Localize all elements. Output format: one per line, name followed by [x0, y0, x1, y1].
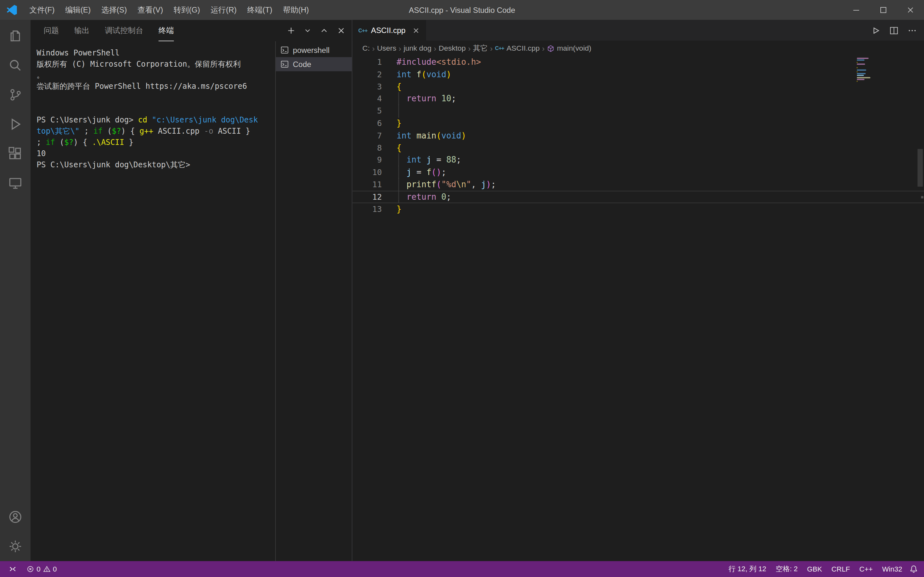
activity-extensions-button[interactable] [0, 139, 31, 168]
plus-icon [286, 26, 296, 35]
menu-item-编辑(E)[interactable]: 编辑(E) [60, 0, 96, 20]
window-controls [843, 0, 924, 20]
maximize-button[interactable] [870, 0, 897, 20]
menu-item-选择(S)[interactable]: 选择(S) [96, 0, 132, 20]
line-number: 11 [352, 178, 382, 190]
code-line-6[interactable]: 6} [352, 117, 924, 129]
line-number: 6 [352, 117, 382, 129]
minimap-line [857, 75, 864, 76]
status-item[interactable]: C++ [855, 565, 877, 573]
status-item[interactable]: CRLF [827, 565, 855, 573]
activity-account-button[interactable] [0, 502, 31, 532]
more-actions-button[interactable] [908, 26, 917, 35]
code-line-7[interactable]: 7int main(void) [352, 129, 924, 142]
notifications-bell-button[interactable] [909, 564, 918, 574]
menu-item-帮助(H)[interactable]: 帮助(H) [278, 0, 314, 20]
minimap-line [857, 69, 867, 71]
line-number: 10 [352, 166, 382, 178]
code-line-12[interactable]: 12 return 0; [352, 191, 924, 203]
editor-tab-bar: C++ ASCII.cpp [352, 20, 924, 40]
launch-profile-dropdown[interactable] [304, 27, 312, 35]
workbench: 问题输出调试控制台终端 Windows [0, 20, 924, 561]
error-icon [27, 565, 34, 573]
code-line-4[interactable]: 4 return 10; [352, 93, 924, 105]
menu-item-查看(V)[interactable]: 查看(V) [132, 0, 168, 20]
new-terminal-button[interactable] [286, 26, 296, 35]
editor-scrollbar[interactable] [918, 149, 923, 187]
status-item[interactable]: GBK [803, 565, 827, 573]
menu-item-运行(R)[interactable]: 运行(R) [205, 0, 242, 20]
activity-settings-button[interactable] [0, 532, 31, 561]
remote-indicator[interactable] [5, 564, 21, 574]
minimap-line [857, 67, 858, 69]
code-area[interactable]: 1#include<stdio.h>2int f(void)3{4 return… [352, 56, 924, 561]
tab-close-icon[interactable] [412, 26, 420, 35]
maximize-panel-button[interactable] [320, 26, 329, 35]
line-number: 7 [352, 129, 382, 142]
tab-ascii-cpp[interactable]: C++ ASCII.cpp [352, 20, 426, 40]
panel-tab-输出[interactable]: 输出 [74, 20, 89, 41]
code-line-3[interactable]: 3{ [352, 81, 924, 93]
symbol-method-icon [547, 45, 555, 52]
terminal-list-item-powershell[interactable]: powershell [276, 43, 352, 57]
run-button[interactable] [871, 26, 880, 35]
close-panel-button[interactable] [336, 26, 346, 35]
cpp-file-icon: C++ [359, 27, 367, 33]
editor-actions [871, 20, 917, 40]
terminal-line: Windows PowerShell [37, 47, 272, 58]
activity-search-button[interactable] [0, 51, 31, 80]
menu-item-终端(T)[interactable]: 终端(T) [242, 0, 278, 20]
warning-icon [43, 565, 51, 573]
panel-actions [286, 26, 346, 35]
code-line-2[interactable]: 2int f(void) [352, 68, 924, 81]
breadcrumb-item-main(void)[interactable]: main(void) [547, 44, 591, 53]
breadcrumb-item-Desktop[interactable]: Desktop [439, 44, 465, 53]
code-line-8[interactable]: 8{ [352, 142, 924, 154]
minimap-line [857, 71, 858, 73]
terminal-line: 。 [37, 69, 272, 81]
code-line-11[interactable]: 11 printf("%d\n", j); [352, 178, 924, 190]
breadcrumb-separator-icon: › [434, 44, 436, 53]
code-line-1[interactable]: 1#include<stdio.h> [352, 56, 924, 68]
code-line-5[interactable]: 5 [352, 105, 924, 117]
menu-item-文件(F)[interactable]: 文件(F) [24, 0, 60, 20]
search-icon [8, 58, 23, 73]
breadcrumb-item-junk dog[interactable]: junk dog [404, 44, 431, 53]
breadcrumb-item-ASCII.cpp[interactable]: C++ASCII.cpp [495, 44, 540, 53]
terminal-output[interactable]: Windows PowerShell版权所有 (C) Microsoft Cor… [31, 41, 275, 561]
minimap-line [857, 79, 864, 80]
breadcrumb-item-其它[interactable]: 其它 [473, 43, 488, 53]
status-item[interactable]: Win32 [877, 565, 907, 573]
terminal-list-item-Code[interactable]: Code [276, 57, 352, 71]
status-item[interactable]: 行 12, 列 12 [724, 564, 771, 574]
panel-tab-终端[interactable]: 终端 [158, 20, 174, 41]
extensions-icon [8, 147, 23, 161]
code-line-13[interactable]: 13} [352, 203, 924, 215]
line-number: 8 [352, 142, 382, 154]
activity-source-control-button[interactable] [0, 80, 31, 110]
bell-icon [909, 564, 918, 574]
code-line-9[interactable]: 9 int j = 88; [352, 154, 924, 166]
breadcrumb-item-Users[interactable]: Users [377, 44, 396, 53]
close-button[interactable] [897, 0, 924, 20]
panel-tab-调试控制台[interactable]: 调试控制台 [105, 20, 143, 41]
menu-item-转到(G)[interactable]: 转到(G) [168, 0, 205, 20]
close-icon [336, 26, 346, 35]
breadcrumb-separator-icon: › [490, 44, 493, 53]
panel-tab-问题[interactable]: 问题 [44, 20, 59, 41]
problems-status[interactable]: 0 0 [23, 565, 60, 573]
files-icon [8, 29, 23, 43]
activity-explorer-button[interactable] [0, 21, 31, 51]
terminal-icon [280, 60, 289, 68]
activity-remote-explorer-button[interactable] [0, 168, 31, 198]
minimap[interactable] [857, 58, 916, 83]
overview-ruler-mark [921, 196, 923, 198]
split-editor-button[interactable] [889, 26, 899, 35]
breadcrumb-item-C:[interactable]: C: [363, 44, 370, 53]
minimize-button[interactable] [843, 0, 870, 20]
breadcrumb: C:›Users›junk dog›Desktop›其它›C++ASCII.cp… [352, 41, 924, 56]
terminal-line: 版权所有 (C) Microsoft Corporation。保留所有权利 [37, 58, 272, 69]
status-item[interactable]: 空格: 2 [771, 564, 803, 574]
activity-run-debug-button[interactable] [0, 110, 31, 139]
code-line-10[interactable]: 10 j = f(); [352, 166, 924, 178]
